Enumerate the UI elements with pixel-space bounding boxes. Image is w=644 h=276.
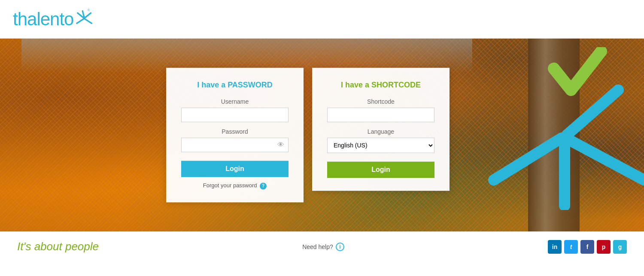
social-pinterest-icon[interactable]: p xyxy=(597,240,611,254)
password-title-highlight: PASSWORD xyxy=(228,81,273,89)
password-field-wrapper: 👁 xyxy=(181,138,289,152)
language-select[interactable]: English (US) English (UK) French German … xyxy=(327,138,434,153)
footer-help-section: Need help? i xyxy=(302,243,344,251)
username-input[interactable] xyxy=(181,108,289,122)
username-field-wrapper xyxy=(181,108,289,122)
social-twitter-icon[interactable]: t xyxy=(564,240,578,254)
shortcode-field-wrapper xyxy=(327,108,434,122)
shortcode-input[interactable] xyxy=(327,108,434,122)
password-label: Password xyxy=(181,128,289,135)
thalento-watermark xyxy=(485,47,644,210)
forgot-password-text: Forgot your password xyxy=(203,182,257,189)
svg-text:®: ® xyxy=(88,8,90,12)
social-facebook-icon[interactable]: f xyxy=(580,240,594,254)
username-label: Username xyxy=(181,98,289,105)
shortcode-title-highlight: SHORTCODE xyxy=(371,81,421,89)
social-icons-group: in t f p g xyxy=(548,240,627,254)
password-title-prefix: I have a xyxy=(197,81,228,89)
password-panel-title: I have a PASSWORD xyxy=(181,81,289,90)
shortcode-label: Shortcode xyxy=(327,98,434,105)
panels-container: I have a PASSWORD Username Password 👁 Lo… xyxy=(166,68,450,202)
svg-line-10 xyxy=(494,138,562,180)
forgot-password-help-icon[interactable]: ? xyxy=(260,183,267,189)
logo-text: thalento xyxy=(13,9,73,30)
forgot-password-section: Forgot your password ? xyxy=(181,182,289,189)
need-help-icon[interactable]: i xyxy=(336,243,344,251)
password-input[interactable] xyxy=(181,138,289,152)
svg-line-11 xyxy=(568,139,644,180)
logo-star-icon: ® xyxy=(75,7,96,32)
svg-line-5 xyxy=(85,13,91,18)
show-password-icon[interactable]: 👁 xyxy=(277,141,284,149)
shortcode-panel-title: I have a SHORTCODE xyxy=(327,81,434,90)
svg-line-8 xyxy=(567,90,618,135)
shortcode-login-button[interactable]: Login xyxy=(327,162,434,178)
svg-line-3 xyxy=(85,18,92,23)
language-field-wrapper: English (US) English (UK) French German … xyxy=(327,138,434,153)
hero-section: I have a PASSWORD Username Password 👁 Lo… xyxy=(0,39,644,231)
need-help-label: Need help? xyxy=(302,243,333,250)
password-login-button[interactable]: Login xyxy=(181,161,289,177)
social-other-icon[interactable]: g xyxy=(613,240,627,254)
svg-line-4 xyxy=(77,18,84,23)
footer: It's about people Need help? i in t f p … xyxy=(0,231,644,261)
social-linkedin-icon[interactable]: in xyxy=(548,240,562,254)
forgot-password-link[interactable]: Forgot your password xyxy=(203,182,258,189)
footer-tagline: It's about people xyxy=(17,240,99,253)
header: thalento ® xyxy=(0,0,644,39)
shortcode-panel: I have a SHORTCODE Shortcode Language En… xyxy=(312,68,450,191)
language-label: Language xyxy=(327,128,434,135)
shortcode-title-prefix: I have a xyxy=(341,81,371,89)
logo: thalento ® xyxy=(13,7,96,32)
password-panel: I have a PASSWORD Username Password 👁 Lo… xyxy=(166,68,304,202)
